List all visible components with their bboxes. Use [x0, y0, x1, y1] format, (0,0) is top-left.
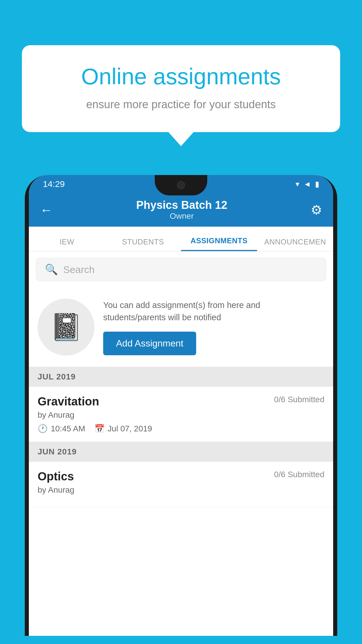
tab-iew[interactable]: IEW — [29, 227, 105, 251]
speech-bubble: Online assignments ensure more practice … — [22, 45, 340, 132]
assignment-author-gravitation: by Anurag — [38, 410, 324, 420]
screen-content: 🔍 Search 📓 You can add assignment(s) fro… — [29, 251, 333, 507]
tab-students[interactable]: STUDENTS — [105, 227, 181, 251]
assignment-title-gravitation: Gravitation — [38, 395, 99, 408]
speech-bubble-container: Online assignments ensure more practice … — [22, 45, 340, 132]
header-title: Physics Batch 12 — [53, 199, 311, 211]
assignment-date-gravitation: 📅 Jul 07, 2019 — [94, 424, 152, 433]
settings-icon[interactable]: ⚙ — [311, 202, 322, 217]
clock-icon: 🕐 — [38, 424, 48, 433]
speech-bubble-title: Online assignments — [45, 64, 317, 89]
search-icon: 🔍 — [45, 263, 58, 276]
speech-bubble-tail — [168, 132, 194, 146]
search-bar[interactable]: 🔍 Search — [36, 258, 326, 281]
speech-bubble-subtitle: ensure more practice for your students — [45, 97, 317, 112]
section-header-jun: JUN 2019 — [29, 442, 333, 462]
assignment-time-gravitation: 🕐 10:45 AM — [38, 424, 85, 433]
tab-assignments[interactable]: ASSIGNMENTS — [181, 227, 257, 251]
assignment-author-optics: by Anurag — [38, 485, 324, 495]
assignment-date-value: Jul 07, 2019 — [108, 424, 152, 433]
phone-container: 14:29 ▾ ◄ ▮ ← Physics Batch 12 Owner ⚙ I… — [25, 175, 337, 644]
assignment-meta-gravitation: 🕐 10:45 AM 📅 Jul 07, 2019 — [38, 424, 324, 433]
search-bar-container: 🔍 Search — [29, 251, 333, 288]
assignment-row-top-optics: Optics 0/6 Submitted — [38, 470, 324, 483]
assignment-row-top: Gravitation 0/6 Submitted — [38, 395, 324, 408]
phone-notch — [155, 175, 207, 195]
promo-text-block: You can add assignment(s) from here and … — [103, 299, 324, 355]
promo-icon-circle: 📓 — [38, 299, 94, 356]
section-month-jun: JUN 2019 — [38, 447, 77, 456]
status-icons: ▾ ◄ ▮ — [296, 180, 319, 189]
status-time: 14:29 — [43, 179, 65, 189]
header-subtitle: Owner — [53, 211, 311, 221]
assignment-item-gravitation[interactable]: Gravitation 0/6 Submitted by Anurag 🕐 10… — [29, 387, 333, 442]
promo-section: 📓 You can add assignment(s) from here an… — [29, 288, 333, 367]
section-header-jul: JUL 2019 — [29, 367, 333, 387]
assignment-submitted-optics: 0/6 Submitted — [274, 470, 324, 479]
promo-description: You can add assignment(s) from here and … — [103, 299, 324, 323]
back-button[interactable]: ← — [40, 203, 53, 217]
assignment-title-optics: Optics — [38, 470, 74, 483]
search-placeholder: Search — [63, 264, 95, 275]
tab-announcements[interactable]: ANNOUNCEMEN — [257, 227, 333, 251]
assignment-submitted-gravitation: 0/6 Submitted — [274, 395, 324, 404]
section-month-jul: JUL 2019 — [38, 372, 75, 381]
add-assignment-button[interactable]: Add Assignment — [103, 332, 196, 355]
camera-notch — [177, 181, 185, 189]
phone-frame: 14:29 ▾ ◄ ▮ ← Physics Batch 12 Owner ⚙ I… — [25, 175, 337, 636]
calendar-icon: 📅 — [94, 424, 105, 433]
signal-icon: ◄ — [303, 180, 311, 189]
battery-icon: ▮ — [315, 180, 319, 189]
notebook-icon: 📓 — [50, 312, 82, 342]
assignment-time-value: 10:45 AM — [51, 424, 85, 433]
header-title-block: Physics Batch 12 Owner — [53, 199, 311, 221]
wifi-icon: ▾ — [296, 180, 299, 189]
app-header: ← Physics Batch 12 Owner ⚙ — [29, 193, 333, 227]
tabs-container: IEW STUDENTS ASSIGNMENTS ANNOUNCEMEN — [29, 227, 333, 251]
phone-screen: 14:29 ▾ ◄ ▮ ← Physics Batch 12 Owner ⚙ I… — [29, 175, 333, 636]
assignment-item-optics[interactable]: Optics 0/6 Submitted by Anurag — [29, 462, 333, 507]
